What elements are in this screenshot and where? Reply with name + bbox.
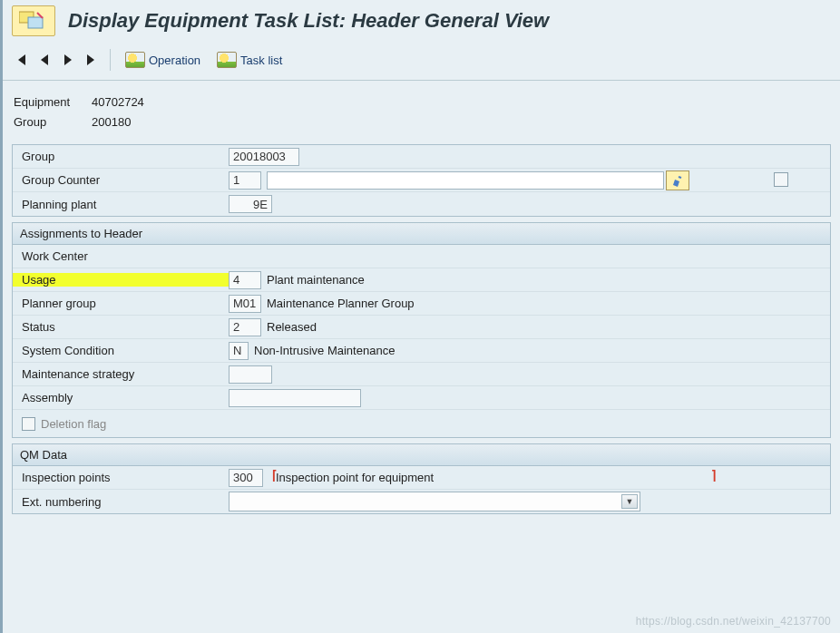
inspection-points-field[interactable]: 300 — [229, 469, 263, 487]
usage-label: Usage — [13, 273, 229, 287]
inspection-points-description: Inspection point for equipment — [276, 471, 434, 484]
top-info-block: Equipment 40702724 Group 200180 — [3, 81, 840, 139]
status-field[interactable]: 2 — [229, 318, 261, 336]
watermark: https://blog.csdn.net/weixin_42137700 — [636, 615, 831, 628]
usage-field[interactable]: 4 — [229, 271, 261, 289]
app-icon — [12, 5, 55, 36]
planner-group-description: Maintenance Planner Group — [267, 297, 415, 310]
maintenance-strategy-field[interactable] — [229, 365, 272, 384]
group-field-label: Group — [13, 150, 229, 163]
system-condition-description: Non-Intrusive Maintenance — [254, 344, 395, 357]
operation-icon — [125, 52, 145, 68]
ext-numbering-select[interactable]: ▼ — [229, 492, 640, 511]
tasklist-icon — [217, 52, 237, 68]
header-checkbox[interactable] — [774, 172, 788, 187]
inspection-points-label: Inspection points — [13, 471, 229, 484]
assembly-field[interactable] — [229, 389, 361, 407]
toolbar: Operation Task list — [3, 45, 840, 81]
assignments-header: Assignments to Header — [13, 223, 830, 245]
planner-group-field[interactable]: M01 — [229, 295, 261, 313]
usage-description: Plant maintenance — [267, 273, 365, 287]
assembly-label: Assembly — [13, 391, 229, 404]
system-condition-label: System Condition — [13, 344, 229, 357]
long-text-button[interactable] — [666, 170, 689, 190]
planning-plant-label: Planning plant — [13, 198, 229, 211]
toolbar-separator — [110, 49, 111, 71]
status-description: Released — [267, 320, 317, 334]
planner-group-label: Planner group — [13, 297, 229, 310]
maintenance-strategy-label: Maintenance strategy — [13, 367, 229, 381]
group-field[interactable]: 20018003 — [229, 148, 299, 166]
nav-last-button[interactable] — [83, 49, 101, 71]
nav-first-button[interactable] — [12, 49, 30, 71]
ext-numbering-label: Ext. numbering — [13, 495, 229, 509]
group-label: Group — [14, 115, 92, 129]
nav-next-button[interactable] — [59, 49, 77, 71]
chevron-down-icon: ▼ — [621, 494, 638, 509]
svg-rect-1 — [28, 17, 43, 28]
work-center-label: Work Center — [13, 249, 229, 263]
equipment-label: Equipment — [14, 95, 92, 109]
qm-data-panel: QM Data Inspection points 300 ⌈ Inspecti… — [12, 443, 831, 514]
group-counter-description[interactable] — [267, 171, 664, 190]
deletion-flag-label: Deletion flag — [41, 417, 106, 431]
nav-prev-button[interactable] — [35, 49, 54, 71]
bracket-left-icon: ⌈ — [272, 468, 277, 482]
operation-button[interactable]: Operation — [120, 50, 206, 70]
assignments-panel: Assignments to Header Work Center Usage … — [12, 222, 831, 438]
system-condition-field[interactable]: N — [229, 342, 249, 360]
group-counter-field[interactable]: 1 — [229, 171, 261, 190]
equipment-value: 40702724 — [92, 95, 144, 109]
tasklist-button[interactable]: Task list — [211, 50, 288, 70]
qm-data-header: QM Data — [13, 444, 830, 466]
header-fields-panel: Group 20018003 Group Counter 1 Planning … — [12, 144, 831, 217]
status-label: Status — [13, 320, 229, 334]
group-value: 200180 — [92, 115, 131, 129]
tasklist-label: Task list — [240, 54, 282, 67]
planning-plant-field[interactable]: 9E — [229, 195, 272, 213]
group-counter-label: Group Counter — [13, 173, 229, 187]
deletion-flag-checkbox[interactable] — [22, 417, 35, 431]
bracket-right-icon: ⌉ — [711, 468, 716, 482]
page-title: Display Equipment Task List: Header Gene… — [68, 9, 549, 33]
operation-label: Operation — [149, 54, 200, 67]
